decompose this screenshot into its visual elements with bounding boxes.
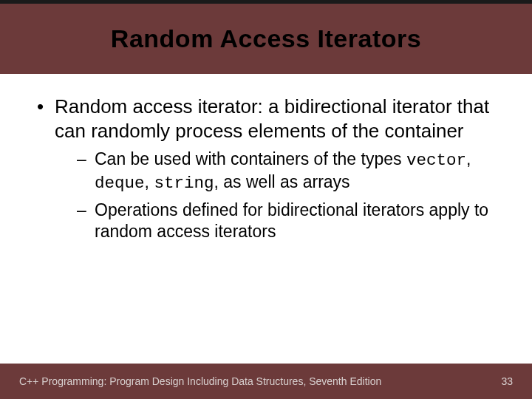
sub-bullet-1-pre: Can be used with containers of the types xyxy=(95,149,406,168)
sub-bullet-2: Operations defined for bidirectional ite… xyxy=(80,200,505,244)
code-string: string xyxy=(154,174,214,193)
bullet-item-1: Random access iterator: a bidirectional … xyxy=(41,95,505,243)
bullet-item-1-text: Random access iterator: a bidirectional … xyxy=(55,95,489,142)
bullet-list-level2: Can be used with containers of the types… xyxy=(55,149,505,243)
sub-bullet-2-text: Operations defined for bidirectional ite… xyxy=(95,200,488,242)
body-content: Random access iterator: a bidirectional … xyxy=(0,74,532,243)
sub-bullet-1-post: , as well as arrays xyxy=(214,172,350,191)
bullet-list-level1: Random access iterator: a bidirectional … xyxy=(27,95,505,243)
slide-title: Random Access Iterators xyxy=(111,24,421,53)
title-bar: Random Access Iterators xyxy=(0,0,532,74)
sub-bullet-1-mid1: , xyxy=(466,149,471,168)
sub-bullet-1: Can be used with containers of the types… xyxy=(80,149,505,195)
footer-bar: C++ Programming: Program Design Includin… xyxy=(0,364,532,399)
footer-book-title: C++ Programming: Program Design Includin… xyxy=(19,375,381,387)
code-vector: vector xyxy=(406,151,466,170)
footer-page-number: 33 xyxy=(501,375,513,387)
sub-bullet-1-mid2: , xyxy=(145,172,154,191)
code-deque: deque xyxy=(95,174,145,193)
